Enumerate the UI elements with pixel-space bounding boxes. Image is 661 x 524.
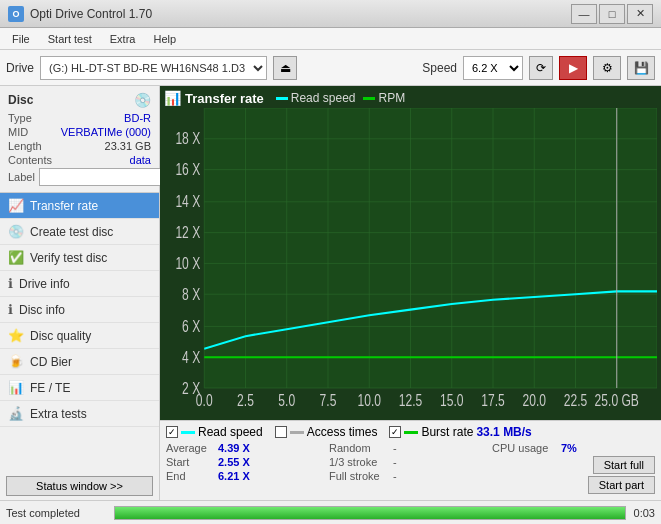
burst-rate-value: 33.1 MB/s: [476, 425, 531, 439]
menu-file[interactable]: File: [4, 31, 38, 47]
fullstroke-row: Full stroke -: [329, 470, 492, 482]
chart-title: Transfer rate: [185, 91, 264, 106]
progress-bar: [114, 506, 626, 520]
burst-rate-checkbox[interactable]: ✓: [389, 426, 401, 438]
verify-disc-icon: ✅: [8, 250, 24, 265]
nav-transfer-rate-label: Transfer rate: [30, 199, 98, 213]
svg-text:8 X: 8 X: [182, 285, 200, 303]
stats-rows: Average 4.39 X Start 2.55 X End 6.21 X: [166, 442, 655, 496]
length-value: 23.31 GB: [105, 140, 151, 152]
access-times-line: [290, 431, 304, 434]
access-times-legend-label: Access times: [307, 425, 378, 439]
status-bar: Test completed 0:03: [0, 500, 661, 524]
rpm-color: [363, 97, 375, 100]
label-label: Label: [8, 171, 35, 183]
refresh-button[interactable]: ⟳: [529, 56, 553, 80]
progress-fill: [115, 507, 625, 519]
read-speed-checkbox[interactable]: ✓: [166, 426, 178, 438]
drive-label: Drive: [6, 61, 34, 75]
status-window-button[interactable]: Status window >>: [6, 476, 153, 496]
menu-help[interactable]: Help: [145, 31, 184, 47]
svg-text:10 X: 10 X: [175, 254, 200, 272]
fullstroke-label: Full stroke: [329, 470, 389, 482]
start-part-button[interactable]: Start part: [588, 476, 655, 494]
nav-drive-info[interactable]: ℹ Drive info: [0, 271, 159, 297]
save-button[interactable]: 💾: [627, 56, 655, 80]
svg-text:12.5: 12.5: [399, 391, 422, 409]
random-row: Random -: [329, 442, 492, 454]
start-full-button[interactable]: Start full: [593, 456, 655, 474]
settings-button[interactable]: ▶: [559, 56, 587, 80]
svg-text:7.5: 7.5: [320, 391, 337, 409]
disc-icon: 💿: [134, 92, 151, 108]
chart-icon: 📊: [164, 90, 181, 106]
start-part-row: Start part: [492, 476, 655, 494]
start-value: 2.55 X: [218, 456, 250, 468]
nav-extra-tests[interactable]: 🔬 Extra tests: [0, 401, 159, 427]
extra-tests-icon: 🔬: [8, 406, 24, 421]
sidebar: Disc 💿 Type BD-R MID VERBATIMe (000) Len…: [0, 86, 160, 500]
cpu-row: CPU usage 7%: [492, 442, 655, 454]
close-button[interactable]: ✕: [627, 4, 653, 24]
cpu-label: CPU usage: [492, 442, 557, 454]
legend-row: ✓ Read speed Access times ✓ Burst rate 3…: [166, 425, 655, 439]
menu-extra[interactable]: Extra: [102, 31, 144, 47]
svg-text:12 X: 12 X: [175, 223, 200, 241]
menu-bar: File Start test Extra Help: [0, 28, 661, 50]
read-speed-line: [181, 431, 195, 434]
access-times-checkbox[interactable]: [275, 426, 287, 438]
svg-text:16 X: 16 X: [175, 160, 200, 178]
avg-label: Average: [166, 442, 214, 454]
nav-drive-info-label: Drive info: [19, 277, 70, 291]
maximize-button[interactable]: □: [599, 4, 625, 24]
drive-select[interactable]: (G:) HL-DT-ST BD-RE WH16NS48 1.D3: [40, 56, 267, 80]
nav-disc-quality[interactable]: ⭐ Disc quality: [0, 323, 159, 349]
contents-label: Contents: [8, 154, 52, 166]
minimize-button[interactable]: —: [571, 4, 597, 24]
svg-text:5.0: 5.0: [278, 391, 295, 409]
menu-start-test[interactable]: Start test: [40, 31, 100, 47]
options-button[interactable]: ⚙: [593, 56, 621, 80]
nav-cd-bier[interactable]: 🍺 CD Bier: [0, 349, 159, 375]
disc-title: Disc: [8, 93, 33, 107]
nav-transfer-rate[interactable]: 📈 Transfer rate: [0, 193, 159, 219]
nav-verify-test-disc[interactable]: ✅ Verify test disc: [0, 245, 159, 271]
nav-disc-info-label: Disc info: [19, 303, 65, 317]
svg-text:22.5: 22.5: [564, 391, 587, 409]
disc-info-icon: ℹ: [8, 302, 13, 317]
app-icon: O: [8, 6, 24, 22]
legend-access-times-entry: Access times: [275, 425, 378, 439]
stroke13-value: -: [393, 456, 397, 468]
svg-text:20.0: 20.0: [523, 391, 546, 409]
start-row: Start 2.55 X: [166, 456, 329, 468]
eject-button[interactable]: ⏏: [273, 56, 297, 80]
chart-svg: 2 X 4 X 6 X 8 X 10 X 12 X 14 X 16 X 18 X…: [164, 108, 657, 416]
type-label: Type: [8, 112, 32, 124]
start-label: Start: [166, 456, 214, 468]
legend-burst-rate-entry: ✓ Burst rate 33.1 MB/s: [389, 425, 531, 439]
speed-select[interactable]: 6.2 X: [463, 56, 523, 80]
stats-col1: Average 4.39 X Start 2.55 X End 6.21 X: [166, 442, 329, 496]
fullstroke-value: -: [393, 470, 397, 482]
nav-fe-te-label: FE / TE: [30, 381, 70, 395]
chart-area: 📊 Transfer rate Read speed RPM: [160, 86, 661, 420]
legend-read-speed: Read speed: [276, 91, 356, 105]
main-layout: Disc 💿 Type BD-R MID VERBATIMe (000) Len…: [0, 86, 661, 500]
status-time: 0:03: [634, 507, 655, 519]
svg-text:14 X: 14 X: [175, 192, 200, 210]
avg-value: 4.39 X: [218, 442, 250, 454]
stats-area: ✓ Read speed Access times ✓ Burst rate 3…: [160, 420, 661, 500]
disc-quality-icon: ⭐: [8, 328, 24, 343]
read-speed-legend-label: Read speed: [198, 425, 263, 439]
svg-text:18 X: 18 X: [175, 129, 200, 147]
nav-fe-te[interactable]: 📊 FE / TE: [0, 375, 159, 401]
read-speed-color: [276, 97, 288, 100]
avg-row: Average 4.39 X: [166, 442, 329, 454]
chart-header: 📊 Transfer rate Read speed RPM: [164, 90, 657, 106]
nav-disc-info[interactable]: ℹ Disc info: [0, 297, 159, 323]
nav-create-disc-label: Create test disc: [30, 225, 113, 239]
end-label: End: [166, 470, 214, 482]
nav-extra-tests-label: Extra tests: [30, 407, 87, 421]
nav-create-test-disc[interactable]: 💿 Create test disc: [0, 219, 159, 245]
svg-text:10.0: 10.0: [358, 391, 381, 409]
